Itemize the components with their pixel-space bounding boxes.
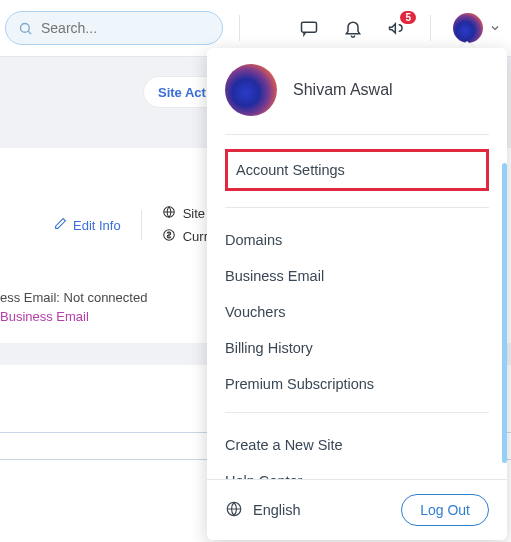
menu-business-email[interactable]: Business Email [225, 258, 489, 294]
globe-icon [225, 500, 243, 521]
menu-section-2: Domains Business Email Vouchers Billing … [207, 208, 507, 412]
dollar-icon [162, 228, 176, 245]
search-field[interactable] [5, 11, 223, 45]
topbar-divider [239, 15, 240, 41]
language-label: English [253, 502, 301, 518]
chevron-down-icon [489, 22, 501, 34]
menu-billing-history[interactable]: Billing History [225, 330, 489, 366]
menu-premium-subscriptions[interactable]: Premium Subscriptions [225, 366, 489, 402]
edit-info-label: Edit Info [73, 218, 121, 233]
notification-badge: 5 [400, 11, 416, 24]
topbar-actions: 5 [298, 13, 501, 43]
topbar-divider-2 [430, 15, 431, 41]
logout-button[interactable]: Log Out [401, 494, 489, 526]
bg-meta-divider [141, 210, 142, 240]
menu-vouchers[interactable]: Vouchers [225, 294, 489, 330]
profile-dropdown: Shivam Aswal Account Settings Domains Bu… [207, 48, 507, 540]
menu-create-new-site[interactable]: Create a New Site [225, 427, 489, 463]
panel-header: Shivam Aswal [207, 48, 507, 134]
profile-menu-trigger[interactable] [453, 13, 501, 43]
avatar-small [453, 13, 483, 43]
globe-icon [162, 205, 176, 222]
megaphone-icon[interactable]: 5 [386, 17, 408, 39]
pencil-icon [54, 217, 67, 233]
bg-email-line1: ess Email: Not connected [0, 290, 147, 305]
svg-rect-2 [302, 22, 317, 32]
search-icon [18, 21, 33, 36]
bg-email-link[interactable]: Business Email [0, 309, 147, 324]
panel-footer: English Log Out [207, 479, 507, 540]
menu-domains[interactable]: Domains [225, 222, 489, 258]
menu-section-1: Account Settings [207, 135, 507, 207]
svg-point-0 [21, 23, 30, 32]
dropdown-panel: Shivam Aswal Account Settings Domains Bu… [207, 48, 507, 540]
edit-info-link[interactable]: Edit Info [54, 217, 121, 233]
chat-icon[interactable] [298, 17, 320, 39]
search-input[interactable] [41, 20, 216, 36]
menu-account-settings[interactable]: Account Settings [225, 149, 489, 191]
scrollbar-thumb[interactable] [502, 163, 507, 463]
bell-icon[interactable] [342, 17, 364, 39]
svg-line-1 [28, 31, 31, 34]
avatar-large [225, 64, 277, 116]
language-selector[interactable]: English [225, 500, 301, 521]
user-name: Shivam Aswal [293, 81, 393, 99]
bg-email-block: ess Email: Not connected Business Email [0, 290, 147, 324]
